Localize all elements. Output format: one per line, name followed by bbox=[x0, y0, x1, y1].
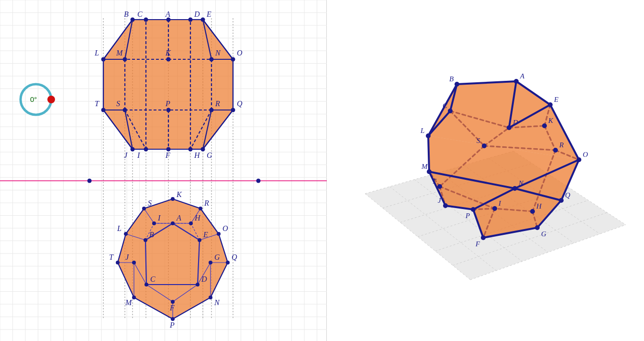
vertex-label-S: S bbox=[116, 99, 120, 108]
angle-handle[interactable] bbox=[47, 96, 55, 103]
vertex-Q-front[interactable] bbox=[226, 261, 230, 264]
right-canvas[interactable]: BAECDKLRSMOTNJPIQHGF bbox=[327, 0, 644, 341]
vertex3d-A[interactable] bbox=[514, 79, 519, 84]
vertex-M[interactable] bbox=[123, 57, 127, 62]
vertex3d-P[interactable] bbox=[471, 207, 476, 212]
vertex3d-I[interactable] bbox=[492, 206, 497, 211]
vertex-label-A-front: A bbox=[176, 214, 181, 222]
vertex-I-front[interactable] bbox=[152, 221, 156, 225]
vertex-C[interactable] bbox=[144, 18, 148, 22]
vertex3d-label-H: H bbox=[536, 202, 542, 210]
vertex-label-J: J bbox=[124, 151, 128, 159]
vertex-O[interactable] bbox=[231, 57, 235, 62]
vertex-T[interactable] bbox=[101, 108, 106, 112]
vertex-H-front[interactable] bbox=[189, 221, 193, 225]
vertex-label-T: T bbox=[95, 99, 100, 108]
vertex3d-H[interactable] bbox=[530, 209, 535, 214]
vertex3d-L[interactable] bbox=[426, 133, 431, 138]
vertex3d-label-B: B bbox=[449, 75, 454, 83]
vertex-B[interactable] bbox=[131, 18, 135, 22]
vertex-J-front[interactable] bbox=[132, 261, 136, 264]
vertex-label-F-front: F bbox=[169, 304, 175, 312]
vertex-A-front[interactable] bbox=[171, 221, 175, 225]
vertex-label-M: M bbox=[116, 49, 123, 57]
vertex3d-T[interactable] bbox=[437, 184, 442, 189]
vertex-G[interactable] bbox=[201, 147, 205, 152]
vertex-K-front[interactable] bbox=[171, 197, 175, 201]
vertex3d-F[interactable] bbox=[481, 235, 486, 240]
axis-marker[interactable] bbox=[88, 179, 92, 183]
vertex-label-E-front: E bbox=[203, 231, 208, 239]
vertex-S-front[interactable] bbox=[142, 207, 146, 210]
vertex-C-front[interactable] bbox=[144, 283, 148, 286]
vertex3d-G[interactable] bbox=[535, 225, 540, 230]
vertex-K[interactable] bbox=[167, 57, 171, 62]
vertex3d-label-Q: Q bbox=[565, 191, 570, 199]
vertex-label-G: G bbox=[207, 151, 212, 159]
vertex-label-L: L bbox=[94, 49, 99, 57]
vertex-D-front[interactable] bbox=[196, 283, 200, 286]
vertex-P[interactable] bbox=[167, 108, 171, 112]
orthographic-2d-pane[interactable]: BCADELMKNOTSPRQJIFHGKSRIAHLBEOTJGQCDMNFP… bbox=[0, 0, 327, 341]
vertex-G-front[interactable] bbox=[209, 261, 212, 264]
vertex3d-label-D: D bbox=[512, 119, 518, 126]
vertex-N[interactable] bbox=[210, 57, 214, 62]
vertex-label-H-front: H bbox=[194, 214, 201, 222]
vertex3d-E[interactable] bbox=[548, 102, 553, 107]
vertex3d-label-I: I bbox=[498, 199, 501, 207]
vertex-label-S-front: S bbox=[148, 199, 152, 207]
front-orthographic-view[interactable]: KSRIAHLBEOTJGQCDMNFP bbox=[109, 190, 237, 329]
visible-edge-3d bbox=[428, 136, 429, 172]
vertex3d-K[interactable] bbox=[542, 123, 547, 128]
axis-marker[interactable] bbox=[256, 179, 261, 183]
vertex-F-front[interactable] bbox=[171, 300, 175, 304]
vertex3d-label-F: F bbox=[475, 240, 480, 248]
vertex3d-N[interactable] bbox=[512, 186, 517, 191]
vertex-E[interactable] bbox=[201, 18, 205, 22]
vertex3d-O[interactable] bbox=[577, 157, 581, 162]
vertex3d-J[interactable] bbox=[443, 203, 448, 208]
vertex-T-front[interactable] bbox=[116, 261, 120, 264]
vertex-R-front[interactable] bbox=[199, 207, 202, 210]
vertex-S[interactable] bbox=[123, 108, 127, 112]
vertex-M-front[interactable] bbox=[132, 296, 136, 299]
vertex-label-D-front: D bbox=[201, 275, 207, 283]
vertex-label-P-front: P bbox=[169, 321, 175, 329]
vertex-O-front[interactable] bbox=[217, 232, 221, 236]
top-orthographic-view[interactable]: BCADELMKNOTSPRQJIFHG bbox=[94, 10, 243, 159]
vertex3d-Q[interactable] bbox=[559, 198, 564, 203]
vertex-I[interactable] bbox=[144, 147, 148, 152]
vertex-Q[interactable] bbox=[231, 108, 235, 112]
vertex-label-L-front: L bbox=[117, 224, 122, 232]
vertex-label-N-front: N bbox=[214, 298, 220, 307]
vertex-label-B-front: B bbox=[149, 231, 154, 239]
vertex-label-T-front: T bbox=[109, 253, 114, 261]
vertex3d-S[interactable] bbox=[482, 143, 487, 148]
left-canvas[interactable]: BCADELMKNOTSPRQJIFHGKSRIAHLBEOTJGQCDMNFP… bbox=[0, 0, 327, 341]
vertex-label-C: C bbox=[137, 10, 143, 18]
angle-value: 0° bbox=[30, 95, 37, 103]
vertex-N-front[interactable] bbox=[209, 296, 212, 299]
vertex-P-front[interactable] bbox=[171, 317, 175, 321]
vertex-B-front[interactable] bbox=[144, 238, 147, 242]
vertex-label-H: H bbox=[194, 151, 200, 159]
vertex-D[interactable] bbox=[189, 18, 193, 22]
perspective-3d-pane[interactable]: BAECDKLRSMOTNJPIQHGF bbox=[327, 0, 644, 341]
vertex3d-D[interactable] bbox=[507, 125, 511, 130]
vertex3d-label-N: N bbox=[518, 179, 524, 187]
vertex3d-C[interactable] bbox=[448, 109, 453, 113]
vertex-label-O-front: O bbox=[222, 224, 228, 232]
vertex-label-D: D bbox=[194, 10, 200, 18]
vertex-L-front[interactable] bbox=[124, 232, 128, 236]
vertex-L[interactable] bbox=[101, 57, 106, 62]
vertex3d-B[interactable] bbox=[455, 82, 459, 87]
vertex-label-O: O bbox=[237, 49, 243, 57]
vertex-H[interactable] bbox=[189, 147, 193, 152]
vertex3d-R[interactable] bbox=[553, 148, 558, 153]
vertex-E-front[interactable] bbox=[198, 238, 201, 242]
vertex-J[interactable] bbox=[131, 147, 135, 152]
vertex-label-C-front: C bbox=[150, 275, 155, 283]
vertex3d-M[interactable] bbox=[427, 169, 432, 174]
vertex-label-G-front: G bbox=[214, 253, 220, 261]
vertex-R[interactable] bbox=[210, 108, 214, 112]
